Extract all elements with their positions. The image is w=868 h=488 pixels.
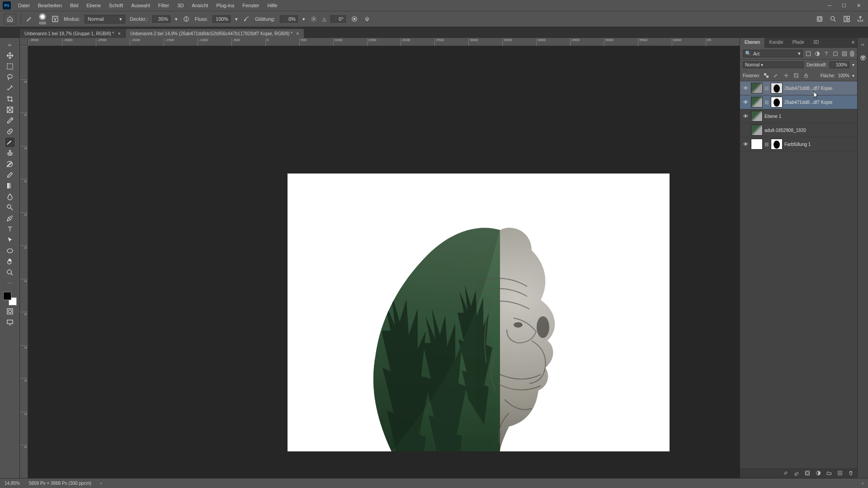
layer-row[interactable]: 👁Ebene 1 bbox=[740, 109, 857, 123]
opacity-chevron[interactable]: ▾ bbox=[175, 16, 178, 22]
menu-item[interactable]: Schrift bbox=[105, 1, 127, 9]
layer-fill-field[interactable]: 100% bbox=[838, 73, 849, 78]
zoom-level[interactable]: 14,85% bbox=[5, 481, 20, 486]
angle-field[interactable]: 0° bbox=[330, 15, 346, 23]
panel-menu-icon[interactable]: ≡ bbox=[849, 38, 857, 48]
blend-mode-dropdown[interactable]: Normal▾ bbox=[85, 15, 125, 23]
layer-row[interactable]: 👁⛓Farbfüllung 1 bbox=[740, 137, 857, 151]
cloud-docs-icon[interactable] bbox=[816, 15, 824, 23]
eraser-tool[interactable] bbox=[5, 170, 15, 180]
heal-tool[interactable] bbox=[5, 127, 15, 136]
crop-tool[interactable] bbox=[5, 94, 15, 104]
color-panel-icon[interactable] bbox=[859, 54, 867, 61]
layer-opacity-field[interactable]: 100% bbox=[830, 61, 849, 68]
brush-preset-picker[interactable]: 698 bbox=[38, 13, 47, 25]
pen-tool[interactable] bbox=[5, 213, 15, 223]
layer-name[interactable]: Farbfüllung 1 bbox=[784, 142, 855, 147]
shape-tool[interactable] bbox=[5, 246, 15, 256]
search-icon[interactable] bbox=[829, 15, 837, 23]
layer-mask-thumb[interactable] bbox=[771, 97, 783, 108]
path-select-tool[interactable] bbox=[5, 235, 15, 245]
tab-close-icon[interactable]: × bbox=[118, 31, 120, 36]
canvas-area[interactable]: -3500-3000-2500-2000-1500-1000-500050010… bbox=[20, 38, 740, 478]
airbrush-icon[interactable] bbox=[242, 15, 250, 23]
filter-type-icon[interactable] bbox=[823, 50, 830, 57]
lock-artboard-icon[interactable] bbox=[793, 72, 800, 79]
move-tool[interactable] bbox=[5, 51, 15, 61]
layer-name[interactable]: adult-1852908_1920 bbox=[764, 128, 855, 133]
brush-tool[interactable] bbox=[5, 137, 15, 147]
group-layers-icon[interactable] bbox=[826, 469, 833, 477]
tab-close-icon[interactable]: × bbox=[296, 31, 299, 36]
link-layers-icon[interactable] bbox=[782, 469, 789, 477]
fill-chevron[interactable]: ▾ bbox=[852, 73, 854, 78]
panel-tab-channels[interactable]: Kanäle bbox=[764, 38, 788, 48]
panel-tab-layers[interactable]: Ebenen bbox=[740, 38, 764, 48]
color-swatches[interactable] bbox=[3, 292, 17, 305]
flow-field[interactable]: 100% bbox=[212, 15, 231, 23]
history-brush-tool[interactable] bbox=[5, 159, 15, 169]
edit-toolbar-icon[interactable]: ⋯ bbox=[5, 278, 15, 288]
share-icon[interactable] bbox=[856, 15, 864, 23]
layer-mask-thumb[interactable] bbox=[771, 83, 783, 94]
dodge-tool[interactable] bbox=[5, 202, 15, 212]
ruler-origin[interactable] bbox=[20, 38, 28, 46]
smoothing-chevron[interactable]: ▾ bbox=[302, 16, 305, 22]
vertical-ruler[interactable]: 505050505050 bbox=[20, 46, 28, 478]
visibility-toggle[interactable]: 👁 bbox=[742, 85, 749, 91]
layer-thumb[interactable] bbox=[751, 97, 763, 108]
mask-link-icon[interactable]: ⛓ bbox=[764, 86, 769, 91]
menu-item[interactable]: Filter bbox=[155, 1, 173, 9]
delete-layer-icon[interactable] bbox=[847, 469, 854, 477]
adjustment-layer-icon[interactable] bbox=[815, 469, 822, 477]
quickmask-toggle[interactable] bbox=[5, 306, 15, 316]
pressure-size-icon[interactable] bbox=[350, 15, 359, 23]
menu-item[interactable]: Fenster bbox=[239, 1, 263, 9]
marquee-tool[interactable] bbox=[5, 61, 15, 71]
symmetry-icon[interactable] bbox=[363, 15, 371, 23]
menu-item[interactable]: Bearbeiten bbox=[34, 1, 66, 9]
visibility-toggle[interactable]: 👁 bbox=[742, 141, 749, 147]
menu-item[interactable]: Ansicht bbox=[188, 1, 212, 9]
menu-item[interactable]: Hilfe bbox=[264, 1, 281, 9]
visibility-toggle[interactable]: 👁 bbox=[742, 99, 749, 105]
document-tab[interactable]: Unbenannt-1 bei 18,7% (Gruppe 1, RGB/8) … bbox=[20, 29, 125, 38]
menu-item[interactable]: Datei bbox=[14, 1, 33, 9]
minimize-button[interactable]: ─ bbox=[823, 1, 836, 9]
filter-smart-icon[interactable] bbox=[841, 50, 848, 57]
close-button[interactable]: ✕ bbox=[852, 1, 865, 9]
stamp-tool[interactable] bbox=[5, 148, 15, 158]
panel-tab-paths[interactable]: Pfade bbox=[788, 38, 809, 48]
layer-thumb[interactable] bbox=[751, 125, 763, 136]
menu-item[interactable]: Plug-ins bbox=[212, 1, 238, 9]
new-layer-icon[interactable] bbox=[836, 469, 844, 477]
opacity-field[interactable]: 35% bbox=[152, 15, 170, 23]
layer-mask-thumb[interactable] bbox=[771, 139, 783, 150]
menu-item[interactable]: Ebene bbox=[83, 1, 104, 9]
wand-tool[interactable] bbox=[5, 83, 15, 93]
filter-adjust-icon[interactable] bbox=[814, 50, 821, 57]
frame-tool[interactable] bbox=[5, 105, 15, 115]
brush-panel-toggle[interactable] bbox=[51, 15, 59, 23]
menu-item[interactable]: Bild bbox=[66, 1, 82, 9]
smoothing-field[interactable]: 0% bbox=[280, 15, 298, 23]
expand-panels-icon[interactable]: ‹‹ bbox=[859, 41, 867, 48]
hand-tool[interactable] bbox=[5, 257, 15, 267]
horizontal-ruler[interactable]: -3500-3000-2500-2000-1500-1000-500050010… bbox=[28, 38, 740, 46]
blur-tool[interactable] bbox=[5, 192, 15, 202]
mask-link-icon[interactable]: ⛓ bbox=[764, 142, 769, 147]
gradient-tool[interactable] bbox=[5, 181, 15, 191]
zoom-tool[interactable] bbox=[5, 267, 15, 277]
artboard[interactable] bbox=[288, 174, 670, 451]
menu-item[interactable]: 3D bbox=[174, 1, 187, 9]
layer-blendmode-dropdown[interactable]: Normal ▾ bbox=[743, 61, 804, 68]
maximize-button[interactable]: ☐ bbox=[837, 1, 851, 9]
statusbar-chevron-left[interactable]: ‹ bbox=[862, 481, 863, 486]
home-button[interactable] bbox=[4, 14, 16, 24]
visibility-toggle[interactable]: 👁 bbox=[742, 113, 749, 119]
lock-all-icon[interactable] bbox=[802, 72, 810, 79]
eyedropper-tool[interactable] bbox=[5, 116, 15, 126]
statusbar-chevron[interactable]: › bbox=[100, 481, 102, 486]
layer-row[interactable]: 👁⛓26ab471dd8...df7 Kopie bbox=[740, 95, 857, 109]
layer-thumb[interactable] bbox=[751, 139, 763, 150]
